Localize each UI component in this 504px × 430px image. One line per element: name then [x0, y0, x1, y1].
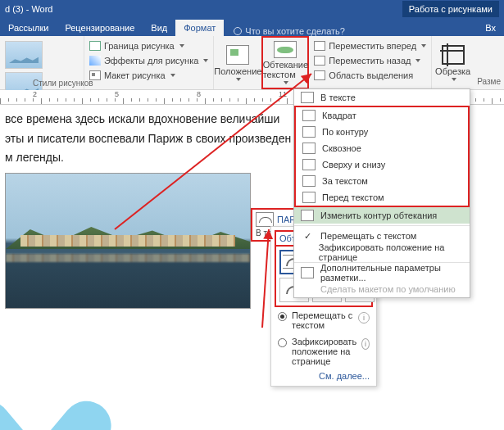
ribbon-tab-strip: Рассылки Рецензирование Вид Формат Что в… — [0, 18, 504, 36]
forward-icon — [314, 41, 325, 51]
tab-view[interactable]: Вид — [143, 20, 175, 36]
help-icon[interactable]: i — [361, 338, 370, 350]
menu-item-fix-position[interactable]: Зафиксировать положение на странице — [294, 244, 470, 260]
tab-review[interactable]: Рецензирование — [57, 20, 143, 36]
gallery-label: Стили рисунков — [33, 79, 93, 88]
style-thumb[interactable] — [5, 41, 43, 69]
size-group-label: Разме — [474, 36, 504, 89]
svg-line-1 — [262, 229, 269, 328]
bulb-icon — [234, 27, 242, 35]
bring-forward-button[interactable]: Переместить вперед — [314, 39, 426, 52]
more-layout-icon — [301, 267, 314, 278]
svg-line-0 — [115, 74, 311, 229]
title-bar: d (3) - Word Работа с рисунками — [0, 0, 504, 18]
menu-item-set-default: Сделать макетом по умолчанию — [294, 281, 470, 297]
wrap-icon — [274, 41, 297, 58]
picture-border-button[interactable]: Граница рисунка — [89, 39, 208, 52]
radio-fix-position[interactable]: Зафиксировать положение на странице i — [275, 333, 373, 369]
help-icon[interactable]: i — [358, 312, 370, 324]
annotation-arrow — [115, 74, 328, 239]
crop-icon — [442, 45, 465, 65]
menu-item-more-layout-options[interactable]: Дополнительные параметры разметки... — [294, 265, 470, 281]
annotation-arrow — [254, 229, 287, 337]
window-title: d (3) - Word — [5, 4, 402, 14]
position-icon — [226, 45, 249, 65]
heart-shape[interactable] — [0, 405, 98, 430]
tell-me-search[interactable]: Что вы хотите сделать? — [234, 26, 345, 36]
see-more-link[interactable]: См. далее... — [275, 369, 373, 382]
selection-pane-button[interactable]: Область выделения — [314, 69, 426, 82]
send-backward-button[interactable]: Переместить назад — [314, 54, 426, 67]
picture-effects-button[interactable]: Эффекты для рисунка — [89, 54, 208, 67]
layout-icon — [89, 70, 101, 80]
backward-icon — [314, 56, 325, 66]
crop-button[interactable]: Обрезка — [432, 36, 474, 89]
picture-tools-tab[interactable]: Работа с рисунками — [402, 1, 499, 17]
radio-icon — [278, 338, 287, 347]
tell-me-placeholder: Что вы хотите сделать? — [245, 26, 345, 36]
tab-format[interactable]: Формат — [175, 20, 224, 36]
tab-right[interactable]: Вх — [477, 20, 504, 36]
border-icon — [89, 41, 101, 51]
tab-mailings[interactable]: Рассылки — [0, 20, 57, 36]
effects-icon — [89, 56, 101, 66]
radio-move-with-text[interactable]: Перемещать с текстом i — [275, 307, 373, 333]
